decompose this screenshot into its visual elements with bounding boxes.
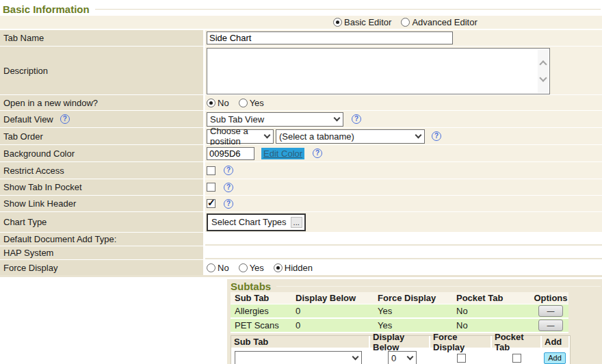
- pocket-tab-cell: No: [455, 319, 532, 332]
- column-header: Sub Tab: [231, 336, 370, 349]
- help-icon[interactable]: [313, 148, 322, 158]
- description-textarea[interactable]: [207, 48, 550, 94]
- column-header: Options: [532, 292, 568, 304]
- description-row: Description: [0, 47, 602, 94]
- default-view-row: Default View Sub Tab View: [0, 111, 602, 127]
- display-below-cell: 0: [294, 319, 376, 332]
- open-new-window-row: Open in a new window? No Yes: [0, 95, 602, 110]
- show-tab-in-pocket-label: Show Tab In Pocket: [0, 179, 205, 195]
- editor-toggle: Basic Editor Advanced Editor: [0, 16, 602, 29]
- subtabs-title: Subtabs: [231, 281, 602, 292]
- scroll-up-icon[interactable]: [539, 60, 547, 68]
- default-view-select[interactable]: Sub Tab View: [207, 112, 343, 127]
- column-header: Add: [542, 336, 568, 349]
- column-header: Pocket Tab: [492, 336, 542, 349]
- default-document-add-type-label: Default Document Add Type:: [0, 233, 205, 246]
- force-display-no-label: No: [218, 263, 229, 273]
- divider: [0, 275, 602, 277]
- tab-name-row: Tab Name: [0, 30, 602, 46]
- pocket-tab-checkbox[interactable]: [512, 354, 521, 363]
- basic-editor-label: Basic Editor: [344, 17, 391, 27]
- ellipsis-icon: ...: [291, 217, 302, 228]
- help-icon[interactable]: [224, 166, 233, 175]
- basic-editor-radio[interactable]: [333, 18, 342, 27]
- force-display-no-radio[interactable]: [207, 263, 215, 272]
- add-table-header: Sub Tab Display Below Force Display Pock…: [231, 336, 570, 349]
- page-title: Basic Information: [0, 0, 602, 16]
- default-document-add-type-row: Default Document Add Type:: [0, 233, 602, 246]
- display-below-cell: 0: [294, 304, 376, 317]
- tab-order-position-value: Choose a position: [210, 126, 259, 146]
- chevron-down-icon: [415, 131, 422, 138]
- restrict-access-checkbox[interactable]: [207, 166, 215, 175]
- help-icon[interactable]: [224, 183, 233, 192]
- advanced-editor-label: Advanced Editor: [412, 17, 477, 27]
- help-icon[interactable]: [60, 114, 70, 124]
- force-display-row: Force Display No Yes Hidden: [0, 260, 602, 275]
- tab-name-label: Tab Name: [0, 30, 205, 46]
- tab-order-position-select[interactable]: Choose a position: [207, 129, 274, 144]
- description-label: Description: [0, 47, 205, 94]
- select-chart-types-label: Select Chart Types: [211, 217, 287, 227]
- force-display-cell: Yes: [376, 304, 455, 317]
- show-link-header-row: Show Link Header: [0, 196, 602, 211]
- open-new-window-label: Open in a new window?: [0, 95, 205, 110]
- chevron-down-icon: [264, 131, 271, 138]
- help-icon[interactable]: [352, 114, 361, 124]
- default-view-value: Sub Tab View: [210, 114, 264, 125]
- select-chart-types-button[interactable]: Select Chart Types ...: [207, 213, 306, 231]
- scroll-down-icon[interactable]: [539, 74, 547, 81]
- display-below-value: 0: [391, 353, 396, 363]
- remove-subtab-button[interactable]: —: [538, 305, 563, 317]
- remove-subtab-button[interactable]: —: [538, 320, 563, 331]
- force-display-label: Force Display: [0, 260, 205, 275]
- column-header: Display Below: [370, 336, 430, 349]
- advanced-editor-radio[interactable]: [401, 18, 410, 27]
- background-color-row: Background Color Edit Color: [0, 145, 602, 161]
- background-color-label: Background Color: [0, 145, 205, 161]
- show-tab-in-pocket-checkbox[interactable]: [207, 183, 215, 192]
- force-display-cell: Yes: [376, 319, 455, 332]
- restrict-access-row: Restrict Access: [0, 162, 602, 179]
- subtab-add-table: Sub Tab Display Below Force Display Pock…: [231, 335, 571, 364]
- subtabs-table: Sub Tab Display Below Force Display Pock…: [231, 292, 568, 333]
- force-display-checkbox[interactable]: [457, 354, 466, 363]
- chevron-down-icon: [334, 114, 341, 121]
- force-display-hidden-label: Hidden: [285, 263, 313, 273]
- column-header: Display Below: [294, 292, 376, 304]
- open-new-window-no-radio[interactable]: [207, 99, 215, 107]
- open-new-window-yes-radio[interactable]: [239, 99, 248, 107]
- force-display-yes-radio[interactable]: [239, 263, 248, 272]
- help-icon[interactable]: [432, 131, 441, 141]
- subtab-name-cell: Allergies: [231, 304, 294, 317]
- default-view-label: Default View: [3, 114, 53, 125]
- open-new-window-yes-label: Yes: [250, 98, 264, 108]
- textarea-scrollbar[interactable]: [538, 49, 549, 93]
- tab-order-tabname-value: (Select a tabname): [279, 131, 354, 142]
- show-link-header-checkbox[interactable]: [207, 199, 215, 208]
- column-header: Force Display: [430, 336, 492, 349]
- column-header: Pocket Tab: [455, 292, 532, 304]
- chevron-down-icon: [407, 353, 414, 360]
- restrict-access-label: Restrict Access: [0, 162, 205, 179]
- show-tab-in-pocket-row: Show Tab In Pocket: [0, 179, 602, 195]
- tab-order-label: Tab Order: [0, 128, 205, 144]
- force-display-hidden-radio[interactable]: [274, 263, 283, 272]
- subtab-name-cell: PET Scans: [231, 319, 294, 332]
- tab-order-row: Tab Order Choose a position (Select a ta…: [0, 128, 602, 144]
- tab-name-input[interactable]: [207, 31, 453, 44]
- display-below-select[interactable]: 0: [388, 351, 417, 364]
- chevron-down-icon: [352, 353, 359, 360]
- subtabs-table-header: Sub Tab Display Below Force Display Pock…: [231, 292, 568, 304]
- hap-system-label: HAP System: [0, 246, 205, 259]
- pocket-tab-cell: No: [455, 304, 532, 317]
- chart-type-row: Chart Type Select Chart Types ...: [0, 212, 602, 232]
- add-subtab-select[interactable]: [235, 351, 362, 364]
- edit-color-link[interactable]: Edit Color: [261, 148, 304, 159]
- open-new-window-no-label: No: [218, 98, 229, 108]
- help-icon[interactable]: [224, 199, 233, 209]
- tab-order-tabname-select[interactable]: (Select a tabname): [276, 129, 425, 144]
- add-subtab-button[interactable]: Add: [544, 352, 566, 364]
- column-header: Force Display: [376, 292, 455, 304]
- background-color-input[interactable]: [207, 147, 254, 160]
